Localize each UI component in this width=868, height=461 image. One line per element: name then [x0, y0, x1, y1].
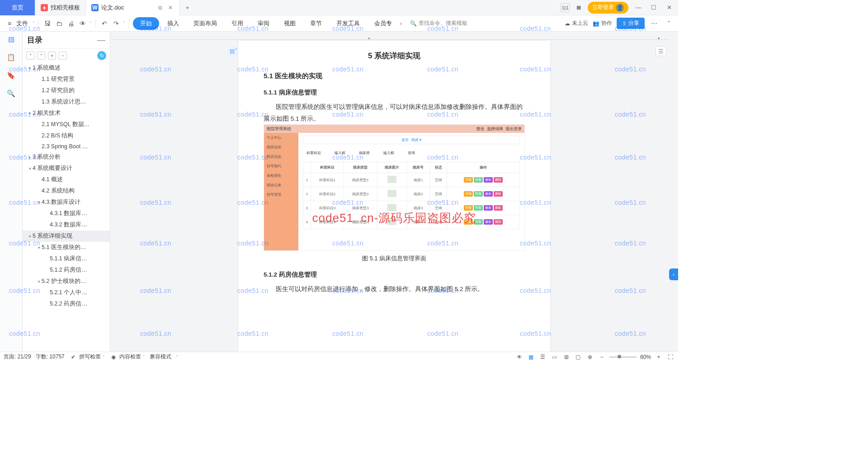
tab-label: 找稻壳模板 — [51, 4, 80, 12]
outline-item-label: 4.2 系统结构 — [42, 187, 75, 195]
page-count[interactable]: 页面: 21/29 — [4, 353, 31, 361]
view-read-icon[interactable]: ▭ — [551, 353, 559, 361]
redo-icon[interactable]: ↷ — [111, 19, 121, 28]
chevron-icon: ▾ — [36, 200, 42, 205]
more-icon[interactable]: ⋯ — [649, 19, 659, 28]
minimize-icon[interactable]: — — [633, 2, 644, 13]
popout-icon[interactable]: ⧉ — [157, 4, 164, 11]
outline-item-label: 2 相关技术 — [33, 109, 61, 117]
zoom-fit-icon[interactable]: ⊕ — [586, 353, 594, 361]
outline-item[interactable]: ▾5.1 医生模块的… — [23, 242, 110, 253]
command-search[interactable]: 🔍 查找命令、搜索模板 — [410, 19, 467, 27]
outline-item[interactable]: 5.1.2 药房信… — [23, 264, 110, 276]
outline-item[interactable]: ▸3 系统分析 — [23, 151, 110, 163]
tab-review[interactable]: 审阅 — [251, 17, 276, 30]
ruler-marker-icon[interactable]: ▾ — [368, 36, 370, 41]
heading-3: 5.1.1 病床信息管理 — [264, 89, 525, 97]
side-handle-icon[interactable]: ‹ — [669, 268, 678, 280]
tab-insert[interactable]: 插入 — [161, 17, 185, 30]
outline-item[interactable]: 4.3.1 数据库… — [23, 208, 110, 219]
view-print-icon[interactable]: ▢ — [574, 353, 582, 361]
document-page[interactable]: 5 系统详细实现 5.1 医生模块的实现 5.1.1 病床信息管理 医院管理系统… — [238, 41, 550, 352]
add-item-icon[interactable]: + — [48, 52, 56, 60]
outline-item[interactable]: 5.2.1 个人中… — [23, 287, 110, 298]
titlebar: 首页 ♦ 找稻壳模板 W 论文.doc ⧉ ✕ ＋ 1|1 ▦ 立即登录 👤 —… — [0, 0, 678, 15]
tab-devtools[interactable]: 开发工具 — [330, 17, 366, 30]
file-menu[interactable]: 文件 — [16, 19, 28, 28]
tab-start[interactable]: 开始 — [133, 17, 159, 30]
share-button[interactable]: ⇪ 分享 — [617, 18, 645, 29]
apps-icon[interactable]: ▦ — [574, 3, 583, 12]
tab-view[interactable]: 视图 — [278, 17, 302, 30]
outline-item[interactable]: ▾5.2 护士模块的… — [23, 276, 110, 287]
outline-item[interactable]: ▾4.3.数据库设计 — [23, 197, 110, 208]
close-window-icon[interactable]: ✕ — [664, 2, 675, 13]
cloud-status[interactable]: ☁ 未上云 — [565, 19, 588, 27]
view-page-icon[interactable]: ▦ — [527, 353, 535, 361]
outline-item[interactable]: ▾5 系统详细实现 — [23, 230, 110, 242]
options-float-icon[interactable]: ☰ — [656, 46, 666, 56]
spellcheck-button[interactable]: ✔拼写检查˅ — [69, 353, 105, 361]
tab-chapter[interactable]: 章节 — [304, 17, 328, 30]
chevron-up-icon[interactable]: ˄ — [664, 19, 674, 28]
collapse-icon[interactable]: — — [97, 35, 105, 45]
outline-item[interactable]: 1.2 研究目的 — [23, 85, 110, 96]
outline-item[interactable]: 1.1 研究背景 — [23, 74, 110, 85]
outline-item[interactable]: 2.3 Spring Boot … — [23, 141, 110, 151]
bookmark-icon[interactable]: 🔖 — [6, 71, 16, 80]
ruler-marker-icon[interactable]: ▾ — [658, 36, 660, 41]
outline-item[interactable]: 1.3 系统设计思… — [23, 96, 110, 108]
view-outline-icon[interactable]: ☰ — [539, 353, 547, 361]
outline-item[interactable]: 4.3.2 数据库… — [23, 219, 110, 230]
tab-reference[interactable]: 引用 — [225, 17, 250, 30]
menu-icon[interactable]: ≡ — [5, 19, 14, 28]
undo-icon[interactable]: ↶ — [99, 19, 109, 28]
fullscreen-icon[interactable]: ⛶ — [666, 353, 675, 361]
save-icon[interactable]: 🖫 — [42, 19, 52, 28]
outline-item[interactable]: ▾1 系统概述 — [23, 62, 110, 74]
zoom-in-icon[interactable]: + — [655, 353, 663, 361]
outline-item-label: 2.1 MYSQL 数据… — [42, 121, 90, 128]
word-count[interactable]: 字数: 10757 — [36, 353, 65, 361]
outline-item[interactable]: ▾2 相关技术 — [23, 108, 110, 119]
layout-icon[interactable]: 1|1 — [561, 3, 570, 12]
sync-icon[interactable]: ↻ — [97, 51, 106, 60]
clipboard-icon[interactable]: 📋 — [6, 52, 16, 62]
preview-icon[interactable]: 👁 — [78, 19, 88, 28]
outline-item-label: 4.1 概述 — [42, 176, 63, 183]
outline-item[interactable]: 4.1 概述 — [23, 174, 110, 185]
save-as-icon[interactable]: 🗀 — [54, 19, 64, 28]
collab-button[interactable]: 👥 协作 — [593, 19, 612, 27]
outline-item-label: 2.2 B/S 结构 — [42, 132, 73, 140]
outline-item[interactable]: 5.2.2 药房信… — [23, 298, 110, 310]
collapse-all-icon[interactable]: ˄ — [37, 52, 45, 60]
outline-item[interactable]: 2.2 B/S 结构 — [23, 130, 110, 141]
zoom-level[interactable]: 80% — [640, 354, 651, 360]
outline-item[interactable]: 5.1.1 病床信… — [23, 253, 110, 264]
chevron-icon: ▾ — [36, 245, 42, 250]
zoom-out-icon[interactable]: − — [598, 353, 606, 361]
compat-mode[interactable]: 兼容模式 — [150, 353, 171, 361]
tab-document[interactable]: W 论文.doc ⧉ ✕ — [86, 0, 180, 15]
outline-item[interactable]: ▾4 系统概要设计 — [23, 163, 110, 174]
eye-icon[interactable]: 👁 — [515, 353, 524, 361]
tab-member[interactable]: 会员专 — [368, 17, 398, 30]
print-icon[interactable]: 🖨 — [66, 19, 76, 28]
expand-all-icon[interactable]: ˅ — [26, 52, 34, 60]
outline-toggle-icon[interactable]: ▤ — [6, 34, 16, 44]
remove-item-icon[interactable]: − — [59, 52, 67, 60]
close-icon[interactable]: ✕ — [167, 4, 174, 11]
search-rail-icon[interactable]: 🔍 — [6, 89, 16, 99]
tab-home[interactable]: 首页 — [0, 0, 35, 15]
outline-item[interactable]: 4.2 系统结构 — [23, 185, 110, 197]
tab-label: 论文.doc — [101, 4, 124, 12]
outline-item[interactable]: 2.1 MYSQL 数据… — [23, 119, 110, 130]
maximize-icon[interactable]: ☐ — [648, 2, 659, 13]
new-tab-button[interactable]: ＋ — [180, 4, 195, 12]
tab-templates[interactable]: ♦ 找稻壳模板 — [35, 0, 86, 15]
tab-layout[interactable]: 页面布局 — [187, 17, 223, 30]
view-web-icon[interactable]: ⊞ — [562, 353, 571, 361]
login-button[interactable]: 立即登录 👤 — [588, 2, 628, 14]
content-check-button[interactable]: ◉内容检查˅ — [109, 353, 145, 361]
insert-float-icon[interactable]: ▤˅ — [228, 46, 239, 56]
